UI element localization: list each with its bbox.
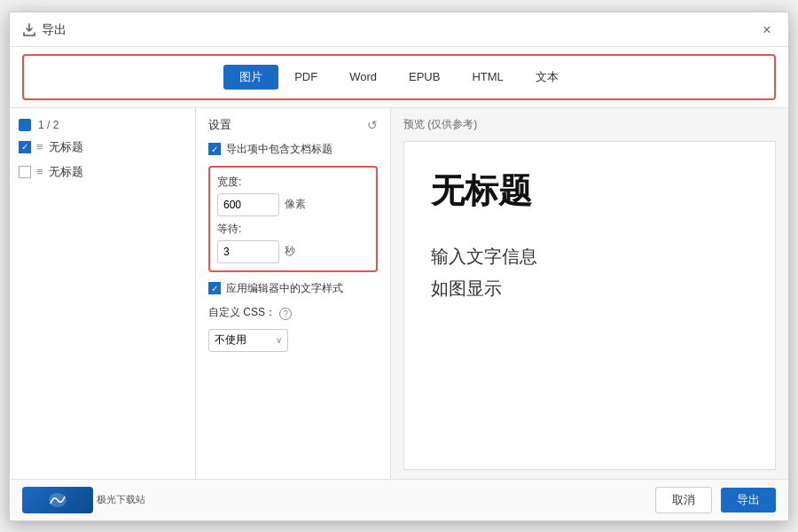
close-button[interactable]: × xyxy=(758,21,776,39)
watermark-area: 极光下载站 xyxy=(22,487,145,513)
css-help-icon[interactable]: ? xyxy=(279,308,292,320)
tab-html[interactable]: HTML xyxy=(456,66,519,88)
left-panel: 1 / 2 ≡ 无标题 ≡ 无标题 xyxy=(10,108,196,479)
tab-pdf[interactable]: PDF xyxy=(278,66,333,88)
preview-title: 预览 (仅供参考) xyxy=(403,117,776,132)
preview-doc-body: 输入文字信息 如图显示 xyxy=(431,240,537,304)
title-bar: 导出 × xyxy=(10,12,788,47)
bottom-bar: 极光下载站 取消 导出 xyxy=(10,479,788,520)
list-item[interactable]: ≡ 无标题 xyxy=(10,135,195,160)
width-field-row: 像素 xyxy=(217,193,369,216)
css-dropdown[interactable]: 不使用 ∨ xyxy=(208,329,288,352)
checkbox-doc2[interactable] xyxy=(19,166,31,178)
settings-title: 设置 xyxy=(208,117,231,133)
tab-text[interactable]: 文本 xyxy=(520,65,575,90)
include-title-checkbox[interactable] xyxy=(208,143,221,155)
export-button[interactable]: 导出 xyxy=(721,488,776,512)
tab-word[interactable]: Word xyxy=(333,66,393,88)
doc-icon: ≡ xyxy=(36,165,43,178)
wait-unit: 秒 xyxy=(285,244,295,259)
counter-icon xyxy=(19,119,31,131)
wait-input[interactable] xyxy=(217,240,279,263)
watermark-text: 极光下载站 xyxy=(97,493,145,506)
width-input[interactable] xyxy=(217,193,279,216)
dropdown-arrow: ∨ xyxy=(276,335,282,345)
preview-area: 无标题 输入文字信息 如图显示 xyxy=(403,141,776,470)
watermark-logo xyxy=(22,487,93,513)
width-label: 宽度: xyxy=(217,175,369,190)
checkbox-doc1[interactable] xyxy=(19,141,31,153)
export-dialog: 导出 × 图片 PDF Word EPUB HTML 文本 1 / 2 ≡ 无标… xyxy=(9,12,789,521)
wait-label: 等待: xyxy=(217,222,369,237)
width-wait-group: 宽度: 像素 等待: 秒 xyxy=(208,166,378,272)
doc-icon: ≡ xyxy=(36,140,43,153)
cancel-button[interactable]: 取消 xyxy=(655,487,712,513)
include-title-row: 导出项中包含文档标题 xyxy=(208,142,378,157)
apply-style-row: 应用编辑器中的文字样式 xyxy=(208,281,378,296)
css-label-row: 自定义 CSS： ? xyxy=(208,305,378,324)
preview-panel: 预览 (仅供参考) 无标题 输入文字信息 如图显示 xyxy=(391,108,788,479)
format-tabs: 图片 PDF Word EPUB HTML 文本 xyxy=(22,54,776,100)
main-content: 1 / 2 ≡ 无标题 ≡ 无标题 设置 ↺ 导出项中包含文档标题 xyxy=(10,107,788,479)
preview-doc-title: 无标题 xyxy=(431,168,532,214)
settings-panel: 设置 ↺ 导出项中包含文档标题 宽度: 像素 等待: 秒 xyxy=(196,108,391,479)
tab-image[interactable]: 图片 xyxy=(223,65,278,90)
list-item[interactable]: ≡ 无标题 xyxy=(10,160,195,184)
doc-counter: 1 / 2 xyxy=(10,115,195,135)
settings-header: 设置 ↺ xyxy=(208,117,378,133)
tab-epub[interactable]: EPUB xyxy=(393,66,456,88)
reset-button[interactable]: ↺ xyxy=(367,118,378,132)
wait-field-row: 秒 xyxy=(217,240,369,263)
dialog-title: 导出 xyxy=(42,22,66,38)
css-label: 自定义 CSS： xyxy=(208,305,276,320)
width-unit: 像素 xyxy=(285,197,306,212)
apply-style-checkbox[interactable] xyxy=(208,282,221,294)
export-icon xyxy=(22,23,36,37)
